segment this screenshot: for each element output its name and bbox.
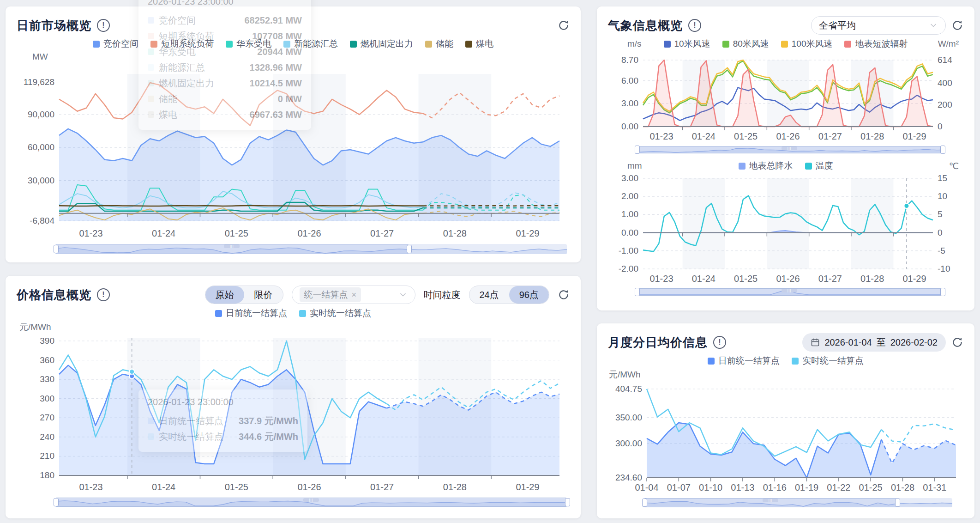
svg-text:240: 240 [40, 432, 54, 442]
legend-item[interactable]: 10米风速 [664, 38, 710, 50]
wind-datazoom-slider[interactable]: ||| [637, 146, 942, 153]
tag-close-icon[interactable]: × [352, 290, 357, 300]
chevron-down-icon [929, 21, 938, 30]
legend-label: 储能 [436, 38, 453, 50]
legend-swatch [93, 41, 100, 48]
panel-title: 日前市场概览 [17, 18, 91, 34]
legend-label: 温度 [816, 160, 833, 172]
svg-text:404.75: 404.75 [615, 384, 642, 394]
svg-text:01-28: 01-28 [443, 482, 467, 492]
market-overview-panel: 日前市场概览 ! 竞价空间 短期系统负荷 华东受电 新能源汇总 燃机固定出力 储… [6, 6, 581, 262]
price-datazoom-slider[interactable]: ||| [55, 498, 567, 507]
svg-text:01-24: 01-24 [692, 131, 715, 141]
refresh-icon[interactable] [558, 289, 570, 301]
svg-text:01-28: 01-28 [443, 228, 467, 238]
svg-text:01-07: 01-07 [667, 482, 691, 493]
market-datazoom-slider[interactable]: ||| [55, 244, 567, 254]
mode-limit-button[interactable]: 限价 [244, 286, 283, 304]
precip-datazoom-slider[interactable]: ||| [637, 288, 942, 296]
svg-text:400: 400 [938, 78, 952, 88]
svg-text:01-22: 01-22 [827, 482, 850, 493]
granularity-label: 时间粒度 [424, 289, 461, 301]
datazoom-grip[interactable]: ||| [303, 498, 319, 502]
svg-text:330: 330 [40, 374, 54, 384]
legend-item[interactable]: 新能源汇总 [283, 38, 338, 50]
legend-swatch [350, 41, 357, 48]
y-axis-unit: 元/MWh [19, 321, 570, 331]
legend-swatch [283, 41, 290, 48]
price-chart[interactable]: 39036033030027024021018001-2301-2401-250… [17, 331, 570, 494]
legend-item[interactable]: 日前统一结算点 [215, 307, 287, 319]
refresh-icon[interactable] [558, 19, 570, 31]
refresh-icon[interactable] [951, 19, 963, 31]
datazoom-handle-right[interactable] [940, 288, 945, 296]
legend-label: 100米风速 [792, 38, 833, 50]
market-chart[interactable]: 119,62890,00060,00030,000-6,80401-2301-2… [17, 62, 570, 240]
datazoom-grip[interactable]: ||| [782, 146, 797, 150]
legend-item[interactable]: 温度 [805, 160, 833, 172]
datazoom-handle-left[interactable] [54, 498, 59, 506]
wind-radiation-chart[interactable]: 8.706.003.000.00614400200001-2301-2401-2… [608, 52, 963, 143]
precip-legend: mm 地表总降水 温度 ℃ [608, 160, 963, 172]
legend-label: 燃机固定出力 [361, 38, 413, 50]
svg-text:0: 0 [938, 228, 943, 237]
datazoom-handle-left[interactable] [635, 146, 640, 154]
legend-item[interactable]: 储能 [425, 38, 453, 50]
datazoom-grip[interactable]: ||| [224, 244, 240, 248]
legend-item[interactable]: 实时统一结算点 [299, 307, 371, 319]
info-icon[interactable]: ! [97, 288, 110, 301]
legend-item[interactable]: 华东受电 [226, 38, 271, 50]
granularity-24-button[interactable]: 24点 [469, 286, 509, 304]
svg-text:3.00: 3.00 [621, 173, 638, 183]
legend-swatch [215, 310, 222, 317]
datazoom-handle-right[interactable] [940, 146, 945, 154]
svg-text:01-19: 01-19 [795, 482, 818, 493]
datazoom-handle-left[interactable] [642, 499, 647, 507]
settlement-point-select[interactable]: 统一结算点× [292, 286, 415, 304]
svg-text:-6,804: -6,804 [30, 216, 54, 225]
svg-text:01-23: 01-23 [649, 131, 673, 141]
svg-text:01-29: 01-29 [902, 131, 926, 141]
legend-item[interactable]: 短期系统负荷 [150, 38, 214, 50]
datazoom-handle-right[interactable] [565, 498, 570, 506]
granularity-96-button[interactable]: 96点 [509, 286, 549, 304]
svg-text:0.00: 0.00 [621, 228, 638, 237]
datazoom-handle-right[interactable] [407, 245, 412, 253]
info-icon[interactable]: ! [713, 336, 726, 349]
legend-item[interactable]: 燃机固定出力 [350, 38, 413, 50]
svg-text:01-25: 01-25 [225, 228, 248, 238]
legend-item[interactable]: 日前统一结算点 [708, 355, 780, 367]
region-select[interactable]: 全省平均 [811, 16, 946, 35]
legend-item[interactable]: 100米风速 [781, 38, 833, 50]
datazoom-grip[interactable]: ||| [763, 499, 778, 502]
monthly-price-chart[interactable]: 404.75350.00300.00234.6001-0401-0701-100… [608, 380, 963, 494]
legend-item[interactable]: 竞价空间 [93, 38, 138, 50]
legend-item[interactable]: 80米风速 [722, 38, 769, 50]
info-icon[interactable]: ! [688, 19, 701, 32]
legend-item[interactable]: 实时统一结算点 [792, 355, 864, 367]
datazoom-grip[interactable]: ||| [782, 289, 797, 292]
legend-item[interactable]: 地表总降水 [739, 160, 793, 172]
panel-title: 月度分日均价信息 [608, 334, 708, 351]
legend-item[interactable]: 煤电 [465, 38, 493, 50]
datazoom-handle-left[interactable] [54, 245, 59, 253]
svg-text:360: 360 [40, 355, 54, 365]
price-legend: 日前统一结算点 实时统一结算点 [17, 307, 570, 319]
legend-item[interactable]: 地表短波辐射 [844, 38, 908, 50]
svg-text:01-31: 01-31 [923, 482, 946, 493]
svg-text:10: 10 [938, 191, 947, 201]
date-range-start: 2026-01-04 [824, 337, 872, 348]
monthly-datazoom-slider[interactable]: ||| [644, 498, 952, 507]
svg-text:01-29: 01-29 [902, 274, 926, 284]
svg-text:0: 0 [938, 122, 943, 131]
mode-original-button[interactable]: 原始 [205, 286, 244, 304]
info-icon[interactable]: ! [97, 19, 110, 32]
precip-temp-chart[interactable]: 3.002.001.000.00-1.00-2.00151050-5-1001-… [608, 173, 963, 286]
svg-text:01-25: 01-25 [734, 131, 758, 141]
datazoom-handle-right[interactable] [895, 499, 900, 507]
legend-swatch [844, 41, 851, 48]
datazoom-handle-left[interactable] [635, 288, 640, 296]
refresh-icon[interactable] [951, 336, 963, 348]
date-range-picker[interactable]: 2026-01-04 至 2026-02-02 [802, 333, 946, 352]
svg-text:270: 270 [40, 413, 54, 422]
